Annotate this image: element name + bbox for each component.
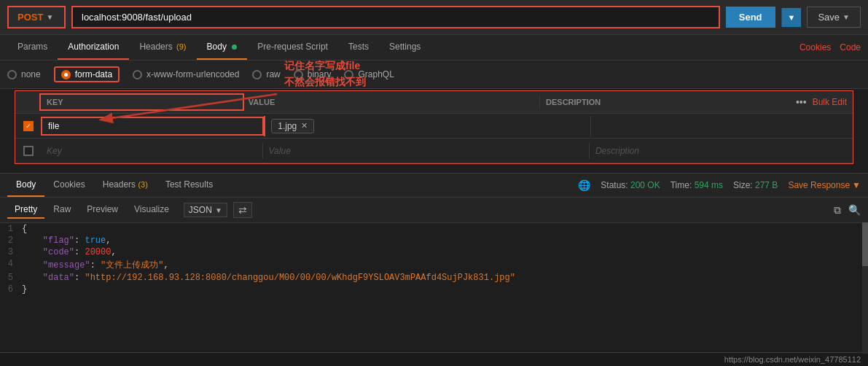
header-actions: ••• Bulk Edit xyxy=(780,95,853,109)
fmt-tab-raw[interactable]: Raw xyxy=(46,201,78,219)
code-line-2: 2 "flag": true, xyxy=(0,235,868,246)
status-stat: Status: 200 OK xyxy=(601,180,660,190)
tab-body[interactable]: Body xyxy=(197,35,248,60)
tab-settings[interactable]: Settings xyxy=(379,35,431,60)
radio-raw-label: raw xyxy=(266,69,280,79)
table-row: file 1.jpg ✕ xyxy=(15,114,853,139)
radio-graphql[interactable]: GraphQL xyxy=(344,69,394,79)
row-key-value: file xyxy=(48,121,59,131)
tab-params[interactable]: Params xyxy=(7,35,58,60)
radio-graphql-label: GraphQL xyxy=(358,69,394,79)
res-tab-test-results-label: Test Results xyxy=(165,179,213,190)
dots-menu[interactable]: ••• xyxy=(796,96,807,108)
value-text: 1.jpg xyxy=(278,121,297,131)
body-options: none form-data x-www-form-urlencoded raw… xyxy=(0,61,868,89)
tab-authorization-label: Authorization xyxy=(68,42,119,52)
code-link[interactable]: Code xyxy=(840,42,861,52)
bulk-edit-btn[interactable]: Bulk Edit xyxy=(813,97,847,107)
format-icon-btn[interactable]: ⇄ xyxy=(233,202,252,218)
save-response-arrow: ▼ xyxy=(852,180,861,190)
tab-pre-request-label: Pre-request Script xyxy=(257,42,328,52)
top-bar: POST ▼ Send ▼ Save ▼ xyxy=(0,0,868,35)
radio-dot-graphql xyxy=(344,70,353,79)
res-tab-cookies[interactable]: Cookies xyxy=(44,174,93,197)
radio-url-encoded-label: x-www-form-urlencoded xyxy=(146,69,239,79)
empty-key-cell[interactable]: Key xyxy=(41,143,263,159)
method-label: POST xyxy=(17,12,43,23)
row-value-cell: 1.jpg ✕ xyxy=(264,116,590,136)
header-check-col xyxy=(15,95,41,109)
save-response-button[interactable]: Save Response ▼ xyxy=(788,180,861,190)
save-button[interactable]: Save ▼ xyxy=(807,7,861,28)
size-stat: Size: 277 B xyxy=(733,180,778,190)
radio-dot-none xyxy=(7,70,17,79)
fmt-tab-pretty-label: Pretty xyxy=(15,204,37,214)
radio-url-encoded[interactable]: x-www-form-urlencoded xyxy=(133,69,239,79)
fmt-tab-visualize[interactable]: Visualize xyxy=(127,201,176,219)
line-content-2: "flag": true, xyxy=(22,235,111,246)
fmt-tab-preview[interactable]: Preview xyxy=(79,201,125,219)
send-button[interactable]: Send xyxy=(726,7,775,28)
line-num-6: 6 xyxy=(0,284,22,295)
cookies-link[interactable]: Cookies xyxy=(799,42,831,52)
tab-headers-label: Headers xyxy=(139,42,172,52)
line-num-3: 3 xyxy=(0,247,22,257)
line-content-6: } xyxy=(22,284,27,295)
search-icon[interactable]: 🔍 xyxy=(848,204,861,217)
res-tab-headers[interactable]: Headers (3) xyxy=(94,174,157,197)
url-input[interactable] xyxy=(71,6,720,28)
fmt-tab-visualize-label: Visualize xyxy=(134,204,169,214)
copy-icon[interactable]: ⧉ xyxy=(834,204,841,217)
method-dropdown-arrow: ▼ xyxy=(46,13,53,21)
empty-check xyxy=(15,146,41,156)
scrollbar-thumb[interactable] xyxy=(862,222,868,266)
header-desc: DESCRIPTION xyxy=(540,95,780,109)
code-line-5: 5 "data": "http://192.168.93.128:8080/ch… xyxy=(0,272,868,284)
code-line-6: 6 } xyxy=(0,284,868,295)
tab-tests[interactable]: Tests xyxy=(338,35,379,60)
radio-binary[interactable]: binary xyxy=(294,69,332,79)
json-format-select[interactable]: JSON ▼ xyxy=(184,203,227,217)
radio-dot-url-encoded xyxy=(133,70,142,79)
radio-raw[interactable]: raw xyxy=(252,69,280,79)
value-remove-btn[interactable]: ✕ xyxy=(301,121,308,131)
headers-res-badge: (3) xyxy=(138,180,147,189)
empty-desc-cell[interactable]: Description xyxy=(590,143,853,159)
send-dropdown-button[interactable]: ▼ xyxy=(781,8,802,27)
res-tab-body[interactable]: Body xyxy=(7,174,44,197)
format-tabs: Pretty Raw Preview Visualize JSON ▼ ⇄ ⧉ … xyxy=(0,198,868,223)
tab-authorization[interactable]: Authorization xyxy=(58,35,129,60)
checkbox-file[interactable] xyxy=(23,121,34,131)
row-check[interactable] xyxy=(15,121,41,131)
tab-headers[interactable]: Headers (9) xyxy=(129,35,196,60)
radio-binary-label: binary xyxy=(308,69,332,79)
radio-form-data[interactable]: form-data xyxy=(54,66,120,82)
bottom-bar: https://blog.csdn.net/weixin_47785112 xyxy=(0,352,868,366)
tab-pre-request[interactable]: Pre-request Script xyxy=(247,35,338,60)
fmt-tab-pretty[interactable]: Pretty xyxy=(7,201,44,219)
header-value: VALUE xyxy=(243,95,540,109)
line-num-1: 1 xyxy=(0,224,22,234)
send-label: Send xyxy=(739,12,762,23)
radio-form-data-label: form-data xyxy=(75,69,112,79)
line-num-2: 2 xyxy=(0,235,22,246)
line-num-5: 5 xyxy=(0,273,22,283)
tab-settings-label: Settings xyxy=(389,42,421,52)
size-label: Size: xyxy=(733,180,753,190)
table-header: KEY VALUE DESCRIPTION ••• Bulk Edit xyxy=(15,91,853,114)
fmt-tab-raw-label: Raw xyxy=(53,204,71,214)
request-tabs: Params Authorization Headers (9) Body Pr… xyxy=(0,35,868,61)
tab-params-label: Params xyxy=(17,42,47,52)
radio-none[interactable]: none xyxy=(7,69,41,79)
code-area: 1 { 2 "flag": true, 3 "code": 20000, 4 "… xyxy=(0,223,868,295)
format-icon: ⇄ xyxy=(238,204,247,216)
empty-key-placeholder: Key xyxy=(47,146,62,156)
method-button[interactable]: POST ▼ xyxy=(7,6,66,28)
header-key: KEY xyxy=(39,93,244,111)
radio-dot-binary xyxy=(294,70,303,79)
tab-body-label: Body xyxy=(207,42,227,52)
form-data-table: KEY VALUE DESCRIPTION ••• Bulk Edit file xyxy=(15,90,853,164)
empty-checkbox[interactable] xyxy=(23,146,34,156)
res-tab-test-results[interactable]: Test Results xyxy=(157,174,222,197)
empty-value-cell[interactable]: Value xyxy=(263,143,590,159)
